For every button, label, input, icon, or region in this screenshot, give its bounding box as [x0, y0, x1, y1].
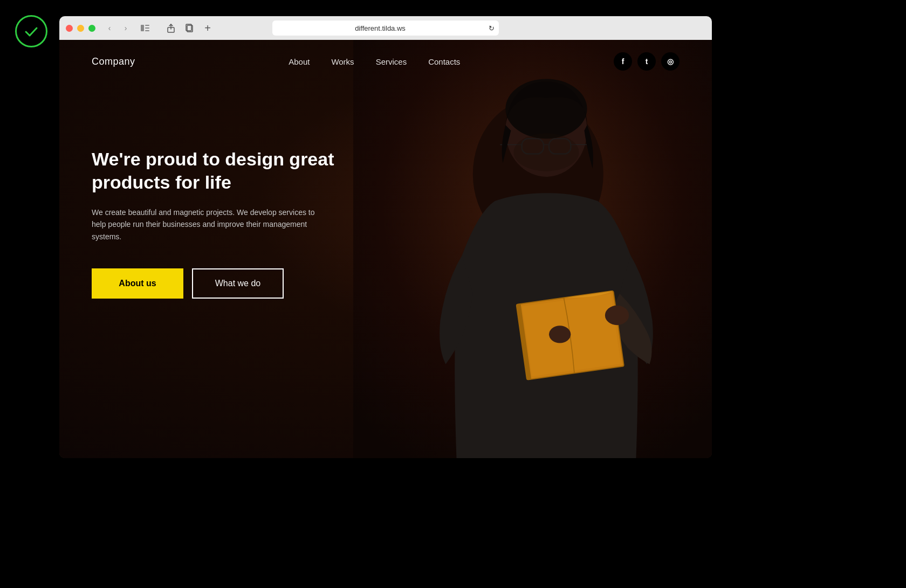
- site-header: Company About Works Services Contacts f …: [59, 40, 712, 83]
- close-button[interactable]: [66, 25, 73, 32]
- copy-icon: [185, 23, 194, 33]
- nav-item-about[interactable]: About: [289, 57, 310, 66]
- nav-item-works[interactable]: Works: [331, 57, 354, 66]
- site-logo: Company: [92, 56, 135, 67]
- browser-nav: ‹ ›: [102, 20, 133, 36]
- browser-window: ‹ › different.tilda.ws ↻: [59, 16, 712, 458]
- what-we-do-button[interactable]: What we do: [192, 268, 284, 299]
- svg-point-23: [513, 133, 579, 171]
- url-text: different.tilda.ws: [278, 24, 483, 32]
- svg-rect-0: [141, 25, 144, 31]
- checkmark-indicator: [15, 15, 47, 47]
- refresh-icon[interactable]: ↻: [489, 24, 495, 32]
- check-icon: [23, 23, 40, 40]
- address-bar-container: different.tilda.ws ↻: [272, 20, 499, 36]
- svg-point-17: [549, 326, 571, 343]
- share-icon: [167, 23, 175, 33]
- instagram-icon[interactable]: ◎: [661, 52, 680, 71]
- about-us-button[interactable]: About us: [92, 268, 183, 299]
- svg-rect-1: [145, 25, 149, 26]
- nav-item-services[interactable]: Services: [376, 57, 407, 66]
- share-button[interactable]: [163, 20, 179, 36]
- svg-rect-2: [145, 27, 149, 29]
- twitter-icon[interactable]: t: [637, 52, 656, 71]
- website-content: Company About Works Services Contacts f …: [59, 40, 712, 458]
- hero-section: We're proud to design great products for…: [59, 83, 415, 331]
- svg-rect-15: [522, 294, 621, 376]
- social-icons: f t ◎: [614, 52, 680, 71]
- back-button[interactable]: ‹: [102, 20, 117, 36]
- maximize-button[interactable]: [88, 25, 95, 32]
- svg-point-16: [605, 306, 628, 325]
- browser-titlebar: ‹ › different.tilda.ws ↻: [59, 16, 712, 40]
- svg-rect-3: [145, 30, 149, 31]
- facebook-icon[interactable]: f: [614, 52, 632, 71]
- hero-buttons: About us What we do: [92, 268, 383, 299]
- nav-item-contacts[interactable]: Contacts: [428, 57, 460, 66]
- address-bar[interactable]: different.tilda.ws ↻: [272, 20, 499, 36]
- sidebar-toggle-button[interactable]: [138, 20, 153, 36]
- main-nav: About Works Services Contacts: [289, 57, 460, 66]
- hero-title: We're proud to design great products for…: [92, 148, 383, 193]
- traffic-lights: [66, 25, 95, 32]
- forward-button[interactable]: ›: [118, 20, 133, 36]
- copy-button[interactable]: [182, 20, 197, 36]
- hero-subtitle: We create beautiful and magnetic project…: [92, 206, 329, 243]
- sidebar-icon: [141, 25, 149, 31]
- new-tab-button[interactable]: +: [200, 20, 215, 36]
- browser-actions: +: [163, 20, 215, 36]
- minimize-button[interactable]: [77, 25, 84, 32]
